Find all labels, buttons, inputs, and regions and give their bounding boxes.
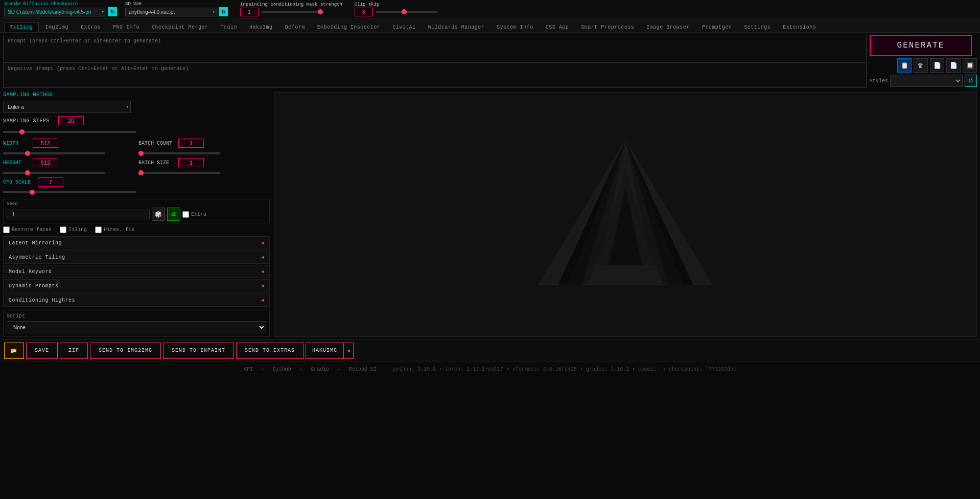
tab-hakuimg[interactable]: HakuImg	[244, 22, 278, 32]
tab-civitai[interactable]: CivitAi	[387, 22, 422, 32]
save-btn[interactable]: Save	[26, 343, 58, 359]
cfg-slider[interactable]	[3, 191, 136, 193]
accordion-asymmetric-header[interactable]: Asymmetric tiling ◀	[4, 251, 269, 263]
model-refresh-btn[interactable]: ↻	[108, 7, 117, 16]
batch-count-input[interactable]	[178, 139, 204, 148]
hakuimg-btn[interactable]: HakuImg	[306, 343, 344, 359]
sampling-steps-slider[interactable]	[3, 131, 136, 133]
footer-reload-link[interactable]: Reload UI	[349, 367, 377, 372]
accordion-keyword-title: Model Keyword	[9, 269, 52, 275]
styles-dropdown[interactable]	[890, 75, 963, 87]
vae-dropdown-wrapper[interactable]: anything-v4.0.vae.pt	[125, 8, 217, 16]
tab-txt2img[interactable]: txt2img	[4, 22, 39, 32]
trash-icon-btn[interactable]: 🗑	[914, 58, 928, 73]
restore-faces-checkbox[interactable]	[3, 226, 10, 233]
inpainting-value[interactable]	[240, 8, 259, 16]
accordion-dynamic-arrow: ◀	[261, 283, 264, 289]
clip-section: Clip skip	[355, 2, 437, 16]
clip-value[interactable]	[355, 8, 373, 16]
accordion-dynamic-header[interactable]: Dynamic Prompts ◀	[4, 280, 269, 292]
tab-checkpoint[interactable]: Checkpoint Merger	[146, 22, 214, 32]
seed-input[interactable]	[7, 210, 150, 219]
vae-dropdown[interactable]: anything-v4.0.vae.pt	[125, 8, 217, 16]
send-img2img-btn[interactable]: Send to img2img	[90, 343, 161, 359]
tab-settings[interactable]: Settings	[738, 22, 776, 32]
tab-cssapp[interactable]: CSS App	[540, 22, 575, 32]
extra-checkbox[interactable]	[182, 211, 189, 218]
sampling-method-dropdown-wrapper[interactable]: Euler a	[3, 101, 131, 113]
extra2-icon-btn[interactable]: 📄	[946, 58, 961, 73]
extra3-icon-btn[interactable]: 🔲	[963, 58, 977, 73]
footer-gradio-link[interactable]: Gradio	[311, 367, 329, 372]
tab-img2img[interactable]: img2img	[40, 22, 75, 32]
cfg-input[interactable]	[38, 177, 63, 187]
send-inpaint-btn[interactable]: Send to inpaint	[163, 343, 234, 359]
batch-size-slider[interactable]	[138, 172, 220, 174]
hakuimg-arrow-btn[interactable]: ◀	[344, 343, 354, 359]
tab-train[interactable]: Train	[215, 22, 243, 32]
width-input[interactable]	[33, 139, 58, 148]
footer-api-link[interactable]: API	[244, 367, 253, 372]
action-icons: 📋 🗑 📄 📄 🔲	[870, 58, 977, 73]
tiling-checkbox[interactable]	[60, 226, 66, 233]
inpainting-slider[interactable]	[262, 11, 323, 13]
extra1-icon-btn[interactable]: 📄	[930, 58, 944, 73]
vae-label: SD VAE	[125, 2, 228, 7]
model-dropdown[interactable]: SD Custom Models\anything-v4.5-pri	[4, 8, 106, 16]
positive-prompt[interactable]	[3, 35, 867, 60]
sampling-steps-input[interactable]	[58, 116, 84, 125]
sampling-method-row: Sampling method	[3, 92, 270, 98]
accordion-latent-header[interactable]: Latent Mirroring ◀	[4, 237, 269, 249]
batch-size-input[interactable]	[178, 158, 204, 167]
accordion-conditioning-title: Conditioning Highres	[9, 298, 75, 303]
bottom-bar: 📂 Save Zip Send to img2img Send to inpai…	[0, 339, 980, 361]
paste-icon-btn[interactable]: 📋	[897, 58, 912, 73]
seed-recycle-btn[interactable]: ♻	[167, 208, 180, 221]
accordion-keyword-header[interactable]: Model Keyword ◀	[4, 265, 269, 278]
hires-fix-checkbox[interactable]	[95, 226, 102, 233]
height-col: Height	[3, 158, 134, 175]
accordion-conditioning-header[interactable]: Conditioning Highres ◀	[4, 294, 269, 306]
prompt-inputs	[3, 35, 867, 88]
width-slider[interactable]	[3, 152, 105, 154]
send-extras-btn[interactable]: Send to extras	[236, 343, 304, 359]
sampling-method-label: Sampling method	[3, 92, 54, 98]
height-input[interactable]	[33, 158, 58, 167]
tab-smartpreprocess[interactable]: Smart Preprocess	[575, 22, 640, 32]
restore-faces-label[interactable]: Restore faces	[12, 227, 52, 233]
folder-icon: 📂	[11, 348, 17, 354]
accordion-dynamic: Dynamic Prompts ◀	[3, 279, 270, 292]
batch-count-slider[interactable]	[138, 152, 220, 154]
inpainting-section: Inpainting conditioning mask strength	[240, 2, 342, 16]
footer-github-link[interactable]: Github	[273, 367, 291, 372]
clip-slider[interactable]	[376, 11, 437, 13]
tab-embedding[interactable]: Embedding Inspector	[312, 22, 386, 32]
tab-pnginfo[interactable]: PNG Info	[107, 22, 145, 32]
seed-dice-btn[interactable]: 🎲	[152, 208, 165, 221]
tab-deform[interactable]: Deform	[279, 22, 311, 32]
inpainting-label: Inpainting conditioning mask strength	[240, 2, 342, 7]
zip-btn[interactable]: Zip	[60, 343, 88, 359]
tab-systeminfo[interactable]: System Info	[491, 22, 539, 32]
tab-extras[interactable]: Extras	[75, 22, 106, 32]
hires-fix-label[interactable]: Hires. fix	[104, 227, 134, 233]
tiling-label[interactable]: Tiling	[68, 227, 87, 233]
footer: API • Github • Gradio • Reload UI python…	[0, 361, 980, 377]
model-dropdown-wrapper[interactable]: SD Custom Models\anything-v4.5-pri	[4, 8, 106, 16]
height-slider[interactable]	[3, 172, 105, 174]
folder-btn[interactable]: 📂	[4, 343, 24, 359]
extra-label[interactable]: Extra	[191, 212, 206, 217]
generate-button[interactable]: Generate	[870, 35, 972, 56]
tab-imagebrowser[interactable]: Image Browser	[641, 22, 695, 32]
vae-refresh-btn[interactable]: ↻	[219, 7, 228, 16]
script-dropdown[interactable]: None	[7, 321, 266, 333]
tab-promptgen[interactable]: Promptgen	[696, 22, 738, 32]
tab-extensions[interactable]: Extensions	[777, 22, 822, 32]
model-label: Stable Diffusion checkpoint	[4, 2, 117, 7]
script-label: Script	[7, 313, 266, 319]
negative-prompt[interactable]	[3, 62, 867, 88]
sampling-method-select[interactable]: Euler a	[3, 101, 131, 113]
tab-wildcards[interactable]: Wildcards Manager	[423, 22, 491, 32]
styles-refresh-btn[interactable]: ↺	[965, 75, 977, 87]
cfg-label: CFG Scale	[3, 179, 34, 185]
